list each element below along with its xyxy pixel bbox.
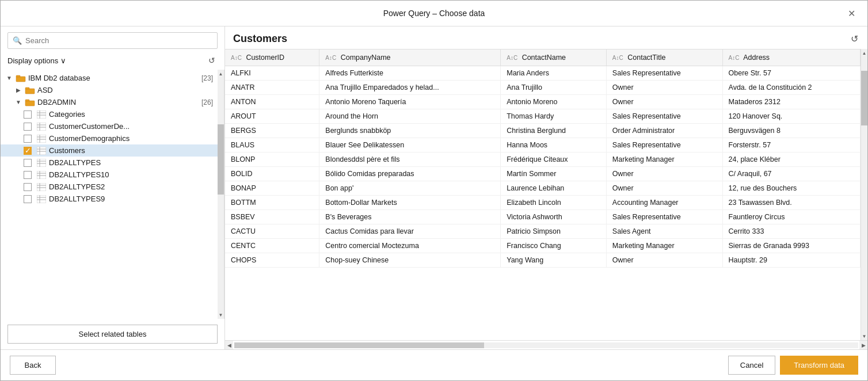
table-cell: Maria Anders: [501, 66, 607, 81]
col-header-contactname[interactable]: A↕C ContactName: [501, 49, 607, 66]
h-scroll-track: [234, 342, 858, 348]
table-cell: Around the Horn: [319, 109, 501, 124]
col-header-contacttitle[interactable]: A↕C ContactTitle: [606, 49, 722, 66]
table-icon-db2alltypes2: [36, 183, 47, 191]
table-cell: Bon app': [319, 181, 501, 196]
checkbox-customer-customer-de[interactable]: [24, 123, 32, 131]
table-icon-db2alltypes10: [36, 171, 47, 179]
expand-arrow-ibm-db2: ▼: [5, 74, 13, 82]
table-cell: Francisco Chang: [501, 239, 607, 253]
col-header-address[interactable]: A↕C Address: [722, 49, 860, 66]
svg-rect-1: [16, 75, 20, 77]
table-title-bar: Customers ↺: [225, 26, 867, 49]
tree-label-ibm-db2: IBM Db2 database: [28, 74, 198, 82]
left-scroll-down-button[interactable]: ▼: [218, 311, 224, 319]
close-button[interactable]: ✕: [844, 6, 858, 20]
svg-rect-4: [25, 101, 35, 106]
table-cell: BERGS: [225, 124, 319, 138]
cancel-button[interactable]: Cancel: [728, 356, 775, 375]
tree-area[interactable]: ▼ IBM Db2 database [23] ▶: [1, 70, 218, 319]
table-cell: CENTC: [225, 239, 319, 253]
table-cell: Berglunds snabbköp: [319, 124, 501, 138]
table-cell: ANATR: [225, 81, 319, 95]
checkbox-db2alltypes2[interactable]: [24, 183, 32, 191]
table-cell: 12, rue des Bouchers: [722, 181, 860, 196]
expand-arrow-asd: ▶: [14, 86, 22, 94]
checkbox-categories[interactable]: [24, 111, 32, 119]
tree-node-db2admin[interactable]: ▼ DB2ADMIN [26]: [1, 96, 218, 108]
svg-rect-26: [37, 171, 46, 179]
table-cell: Owner: [606, 167, 722, 181]
table-cell: Bólido Comidas preparadas: [319, 167, 501, 181]
tree-node-db2alltypes9[interactable]: DB2ALLTYPES9: [1, 193, 218, 205]
back-button[interactable]: Back: [10, 356, 56, 375]
col-header-companyname[interactable]: A↕C CompanyName: [319, 49, 501, 66]
select-related-tables-button[interactable]: Select related tables: [7, 325, 218, 344]
h-scroll-left-button[interactable]: ◀: [225, 341, 233, 350]
table-cell: Cerrito 333: [722, 224, 860, 239]
table-cell: Antonio Moreno: [501, 95, 607, 109]
tree-count-ibm-db2: [23]: [201, 74, 213, 82]
right-scroll-up-button[interactable]: ▲: [861, 49, 867, 57]
tree-node-categories[interactable]: Categories: [1, 108, 218, 120]
right-panel: Customers ↺ A↕C CustomerID: [225, 26, 867, 349]
table-row: CACTUCactus Comidas para llevarPatricio …: [225, 224, 861, 239]
tree-node-customers[interactable]: ✓ Customers: [1, 144, 218, 157]
table-cell: Owner: [606, 95, 722, 109]
display-options-label[interactable]: Display options ∨: [7, 56, 66, 65]
left-scroll-up-button[interactable]: ▲: [218, 70, 224, 78]
tree-label-db2alltypes: DB2ALLTYPES: [49, 158, 213, 167]
table-cell: Chop-suey Chinese: [319, 253, 501, 268]
table-cell: BONAP: [225, 181, 319, 196]
display-options-row: Display options ∨ ↺: [1, 52, 224, 70]
tree-node-ibm-db2[interactable]: ▼ IBM Db2 database [23]: [1, 72, 218, 84]
table-cell: Sales Representative: [606, 66, 722, 81]
table-cell: Frédérique Citeaux: [501, 153, 607, 167]
tree-label-asd: ASD: [37, 86, 213, 94]
data-table-container[interactable]: A↕C CustomerID A↕C CompanyName A↕C Conta…: [225, 49, 861, 340]
right-scroll-down-button[interactable]: ▼: [861, 332, 867, 340]
table-cell: Owner: [606, 81, 722, 95]
table-cell: Cactus Comidas para llevar: [319, 224, 501, 239]
search-box[interactable]: 🔍: [7, 32, 218, 49]
checkbox-customers[interactable]: ✓: [24, 147, 32, 155]
table-icon-categories: [36, 111, 47, 119]
tree-node-customer-customer-de[interactable]: CustomerCustomerDe...: [1, 120, 218, 132]
table-cell: Hanna Moos: [501, 138, 607, 153]
left-panel-refresh-button[interactable]: ↺: [206, 55, 218, 66]
svg-rect-6: [37, 111, 46, 119]
tree-node-db2alltypes2[interactable]: DB2ALLTYPES2: [1, 181, 218, 193]
table-icon-customers: [36, 147, 47, 155]
table-header-row: A↕C CustomerID A↕C CompanyName A↕C Conta…: [225, 49, 861, 66]
tree-node-db2alltypes10[interactable]: DB2ALLTYPES10: [1, 169, 218, 181]
table-cell: Victoria Ashworth: [501, 210, 607, 224]
table-cell: Owner: [606, 181, 722, 196]
checkbox-db2alltypes10[interactable]: [24, 171, 32, 179]
folder-open-icon-db2admin: [25, 98, 35, 106]
table-cell: Ana Trujillo: [501, 81, 607, 95]
h-scroll-right-button[interactable]: ▶: [859, 341, 867, 350]
checkbox-db2alltypes[interactable]: [24, 159, 32, 167]
table-cell: 23 Tsawassen Blvd.: [722, 196, 860, 210]
svg-rect-0: [16, 77, 25, 82]
transform-data-button[interactable]: Transform data: [780, 356, 858, 375]
table-cell: ANTON: [225, 95, 319, 109]
table-cell: Mataderos 2312: [722, 95, 860, 109]
tree-node-asd[interactable]: ▶ ASD: [1, 84, 218, 96]
search-input[interactable]: [25, 36, 212, 45]
tree-node-customer-demographics[interactable]: CustomerDemographics: [1, 132, 218, 144]
tree-label-db2alltypes2: DB2ALLTYPES2: [49, 182, 213, 191]
checkbox-db2alltypes9[interactable]: [24, 195, 32, 203]
table-cell: Antonio Moreno Taquería: [319, 95, 501, 109]
col-header-customerid[interactable]: A↕C CustomerID: [225, 49, 319, 66]
table-cell: ALFKI: [225, 66, 319, 81]
table-cell: Berguvsvägen 8: [722, 124, 860, 138]
tree-label-db2alltypes9: DB2ALLTYPES9: [49, 195, 213, 203]
table-cell: Sales Representative: [606, 210, 722, 224]
tree-node-db2alltypes[interactable]: DB2ALLTYPES: [1, 157, 218, 169]
table-cell: 24, place Kléber: [722, 153, 860, 167]
right-panel-refresh-button[interactable]: ↺: [850, 32, 859, 45]
right-scrollbar: ▲ ▼: [861, 49, 867, 340]
table-cell: Sierras de Granada 9993: [722, 239, 860, 253]
checkbox-customer-demographics[interactable]: [24, 135, 32, 143]
